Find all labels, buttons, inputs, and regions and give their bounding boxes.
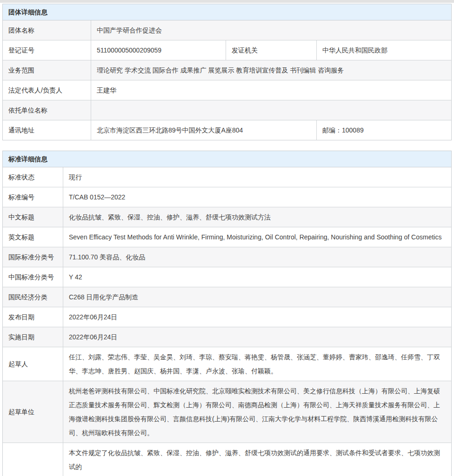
row-label: 发布日期 <box>3 307 63 327</box>
row-label-authority: 发证机关 <box>226 40 317 60</box>
row-label: 中国标准分类号 <box>3 267 63 287</box>
table-row: 国际标准分类号 71.100.70 美容品、化妆品 <box>3 247 451 267</box>
table-row-legal-rep: 法定代表人/负责人 王建华 <box>3 80 451 100</box>
table-row: 本文件规定了化妆品抗皱、紧致、保湿、控油、修护、滋养、舒缓七项功效测试的通用要求… <box>3 443 451 476</box>
row-value: 北京市海淀区西三环北路89号中国外文大厦A座804 <box>91 120 317 140</box>
row-value: 2022年06月24日 <box>63 327 451 347</box>
table-row: 标准编号 T/CAB 0152—2022 <box>3 187 451 207</box>
row-value: 中国产学研合作促进会 <box>91 20 451 40</box>
row-value: 本文件规定了化妆品抗皱、紧致、保湿、控油、修护、滋养、舒缓七项功效测试的通用要求… <box>63 443 451 476</box>
row-value: 511000005000209059 <box>91 40 226 60</box>
table-row-supporting-unit: 依托单位名称 <box>3 100 451 120</box>
table-row-business-scope: 业务范围 理论研究 学术交流 国际合作 成果推广 展览展示 教育培训宣传普及 书… <box>3 60 451 80</box>
row-label <box>3 443 63 476</box>
row-value: 理论研究 学术交流 国际合作 成果推广 展览展示 教育培训宣传普及 书刊编辑 咨… <box>91 60 451 80</box>
row-label: 业务范围 <box>3 60 91 80</box>
row-value-authority: 中华人民共和国民政部 <box>317 40 451 60</box>
row-value: 王建华 <box>91 80 451 100</box>
row-value: 任江、刘露、荣志伟、李莹、吴金昊、刘琦、李琼、蔡安瑞、蒋艳雯、杨管晟、张涵芝、董… <box>63 347 451 381</box>
row-label: 国民经济分类 <box>3 287 63 307</box>
row-label: 法定代表人/负责人 <box>3 80 91 100</box>
group-table-title: 团体详细信息 <box>3 4 451 20</box>
row-value: 现行 <box>63 167 451 187</box>
row-value: Seven Efficacy Test Methods for Anti Wri… <box>63 227 451 247</box>
table-row: 起草单位 杭州老爸评测科技有限公司、中国标准化研究院、北京颐唯实检测技术有限公司… <box>3 381 451 443</box>
table-row: 发布日期 2022年06月24日 <box>3 307 451 327</box>
row-value-postcode: 邮编：100089 <box>317 120 451 140</box>
table-row: 英文标题 Seven Efficacy Test Methods for Ant… <box>3 227 451 247</box>
row-label: 标准编号 <box>3 187 63 207</box>
row-value: 化妆品抗皱、紧致、保湿、控油、修护、滋养、舒缓七项功效测试方法 <box>63 207 451 227</box>
row-value: 2022年06月24日 <box>63 307 451 327</box>
row-label: 依托单位名称 <box>3 100 91 120</box>
table-row: 起草人 任江、刘露、荣志伟、李莹、吴金昊、刘琦、李琼、蔡安瑞、蒋艳雯、杨管晟、张… <box>3 347 451 381</box>
row-label: 标准状态 <box>3 167 63 187</box>
row-label: 通讯地址 <box>3 120 91 140</box>
table-row: 中国标准分类号 Y 42 <box>3 267 451 287</box>
standard-info-table: 标准详细信息 标准状态 现行 标准编号 T/CAB 0152—2022 中文标题… <box>2 151 452 476</box>
row-value: T/CAB 0152—2022 <box>63 187 451 207</box>
row-label: 起草单位 <box>3 381 63 443</box>
table-row: 中文标题 化妆品抗皱、紧致、保湿、控油、修护、滋养、舒缓七项功效测试方法 <box>3 207 451 227</box>
row-label: 实施日期 <box>3 327 63 347</box>
table-row-group-name: 团体名称 中国产学研合作促进会 <box>3 20 451 40</box>
row-value: Y 42 <box>63 267 451 287</box>
standard-table-title: 标准详细信息 <box>3 151 451 167</box>
table-row-address: 通讯地址 北京市海淀区西三环北路89号中国外文大厦A座804 邮编：100089 <box>3 120 451 140</box>
top-partial-row <box>0 0 454 3</box>
row-label: 中文标题 <box>3 207 63 227</box>
row-value: 杭州老爸评测科技有限公司、中国标准化研究院、北京颐唯实检测技术有限公司、美之修行… <box>63 381 451 443</box>
group-info-table: 团体详细信息 团体名称 中国产学研合作促进会 登记证号 511000005000… <box>2 4 452 140</box>
table-row: 国民经济分类 C268 日用化学产品制造 <box>3 287 451 307</box>
row-label: 英文标题 <box>3 227 63 247</box>
row-label: 登记证号 <box>3 40 91 60</box>
row-value <box>91 100 451 120</box>
table-row-registration: 登记证号 511000005000209059 发证机关 中华人民共和国民政部 <box>3 40 451 60</box>
row-label: 起草人 <box>3 347 63 381</box>
row-label: 团体名称 <box>3 20 91 40</box>
table-row: 实施日期 2022年06月24日 <box>3 327 451 347</box>
row-value: 71.100.70 美容品、化妆品 <box>63 247 451 267</box>
row-label: 国际标准分类号 <box>3 247 63 267</box>
row-value: C268 日用化学产品制造 <box>63 287 451 307</box>
table-row: 标准状态 现行 <box>3 167 451 187</box>
